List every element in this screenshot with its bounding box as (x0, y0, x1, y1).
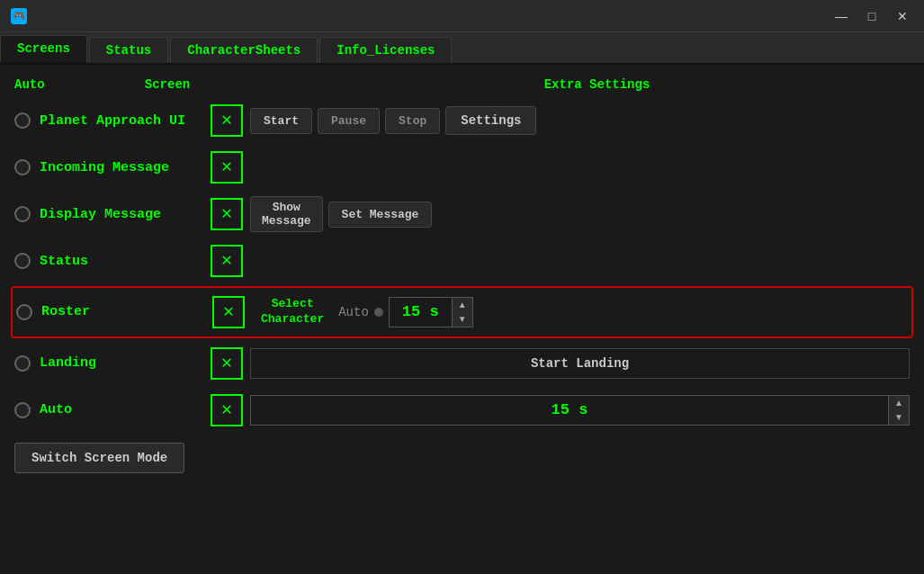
auto-row-label: Auto (40, 402, 211, 417)
roster-x-btn[interactable]: ✕ (212, 296, 245, 328)
x-icon: ✕ (221, 112, 232, 130)
incoming-message-row: Incoming Message ✕ (14, 144, 910, 191)
display-message-controls: Show Message Set Message (250, 196, 910, 232)
planet-approach-x-btn[interactable]: ✕ (211, 104, 243, 137)
auto-timer-value: 15 s (251, 396, 888, 424)
x-icon: ✕ (223, 303, 234, 321)
roster-label: Roster (41, 304, 212, 319)
x-icon: ✕ (221, 401, 232, 419)
set-message-button[interactable]: Set Message (328, 202, 433, 228)
auto-x-btn[interactable]: ✕ (211, 394, 243, 426)
landing-controls: Start Landing (250, 348, 910, 379)
landing-label: Landing (40, 355, 211, 371)
tab-bar: Screens Status CharacterSheets Info_Lice… (0, 32, 924, 65)
incoming-message-label: Incoming Message (40, 160, 211, 175)
pause-button[interactable]: Pause (318, 108, 380, 134)
tab-charactersheets[interactable]: CharacterSheets (170, 37, 318, 63)
auto-dot-indicator (374, 308, 383, 317)
roster-timer-down[interactable]: ▼ (453, 312, 472, 327)
app-icon: 🎮 (11, 8, 27, 24)
roster-timer-value: 15 s (390, 298, 452, 326)
main-content: Auto Screen Extra Settings Planet Approa… (0, 65, 924, 482)
auto-label: Auto (338, 305, 369, 319)
auto-timer-up[interactable]: ▲ (889, 396, 909, 410)
switch-mode-container: Switch Screen Mode (14, 437, 910, 473)
col-screen-header: Screen (68, 77, 266, 92)
landing-radio[interactable] (14, 355, 31, 372)
x-icon: ✕ (221, 158, 232, 176)
status-row: Status ✕ (14, 238, 910, 284)
auto-controls: 15 s ▲ ▼ (250, 395, 910, 426)
x-icon: ✕ (221, 354, 232, 372)
switch-screen-mode-button[interactable]: Switch Screen Mode (14, 443, 184, 473)
auto-timer-arrows: ▲ ▼ (888, 396, 909, 425)
display-message-row: Display Message ✕ Show Message Set Messa… (14, 191, 910, 238)
roster-radio[interactable] (16, 304, 32, 320)
auto-timer-down[interactable]: ▼ (889, 410, 909, 425)
landing-x-btn[interactable]: ✕ (211, 347, 243, 380)
col-extra-header: Extra Settings (284, 77, 910, 92)
tab-status[interactable]: Status (89, 37, 168, 63)
auto-row: Auto ✕ 15 s ▲ ▼ (14, 387, 910, 434)
tab-screens[interactable]: Screens (0, 35, 87, 63)
display-message-x-btn[interactable]: ✕ (211, 198, 243, 230)
planet-approach-row: Planet Approach UI ✕ Start Pause Stop Se… (14, 97, 910, 144)
column-headers: Auto Screen Extra Settings (14, 74, 910, 97)
x-icon: ✕ (221, 205, 232, 223)
settings-button[interactable]: Settings (445, 106, 536, 135)
display-message-radio[interactable] (14, 206, 31, 222)
incoming-message-radio[interactable] (14, 159, 31, 175)
roster-timer-up[interactable]: ▲ (453, 298, 472, 312)
select-character-button[interactable]: Select Character (252, 291, 333, 333)
incoming-message-x-btn[interactable]: ✕ (211, 151, 243, 184)
roster-row: Roster ✕ Select Character Auto 15 s ▲ ▼ (11, 286, 913, 338)
auto-radio[interactable] (14, 402, 31, 418)
roster-timer-arrows: ▲ ▼ (452, 298, 472, 327)
status-label: Status (40, 254, 211, 269)
x-icon: ✕ (221, 252, 232, 270)
start-landing-button[interactable]: Start Landing (250, 348, 910, 379)
start-button[interactable]: Start (250, 108, 312, 134)
minimize-button[interactable]: — (827, 4, 856, 29)
show-message-button[interactable]: Show Message (250, 196, 323, 232)
maximize-button[interactable]: □ (857, 4, 886, 29)
planet-approach-controls: Start Pause Stop Settings (250, 106, 910, 135)
planet-approach-radio[interactable] (14, 112, 31, 129)
title-bar-buttons: — □ ✕ (827, 4, 917, 29)
title-bar: 🎮 — □ ✕ (0, 0, 924, 32)
close-button[interactable]: ✕ (888, 4, 917, 29)
roster-timer-spinner: 15 s ▲ ▼ (389, 297, 473, 327)
col-auto-header: Auto (14, 77, 68, 92)
auto-timer-spinner: 15 s ▲ ▼ (250, 395, 910, 426)
landing-row: Landing ✕ Start Landing (14, 340, 910, 387)
display-message-label: Display Message (40, 207, 211, 222)
title-bar-left: 🎮 (11, 8, 27, 24)
roster-controls: Select Character Auto 15 s ▲ ▼ (252, 291, 908, 333)
stop-button[interactable]: Stop (385, 108, 440, 134)
status-radio[interactable] (14, 253, 31, 269)
tab-info-licenses[interactable]: Info_Licenses (319, 37, 452, 63)
planet-approach-label: Planet Approach UI (40, 113, 211, 129)
status-x-btn[interactable]: ✕ (211, 245, 243, 277)
